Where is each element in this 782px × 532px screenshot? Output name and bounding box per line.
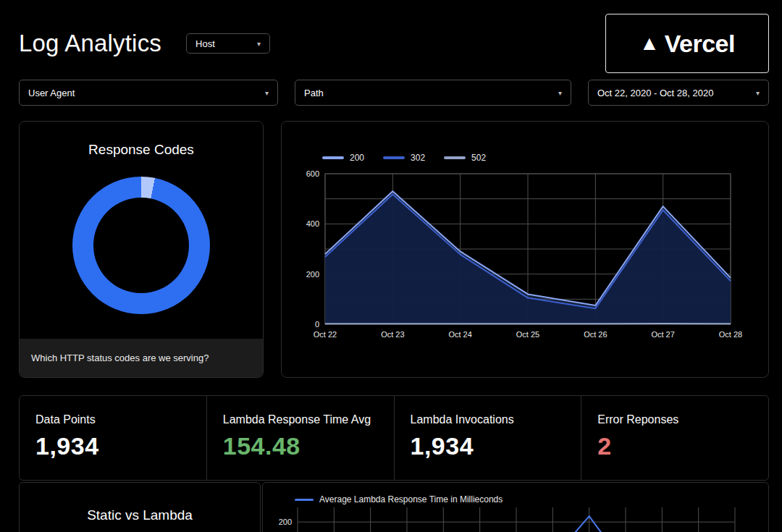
status-codes-legend: 200302502 [322,151,757,165]
stat-value: 1,934 [35,432,206,460]
legend-marker-icon [322,156,344,159]
stat-value: 1,934 [411,432,581,460]
response-codes-caption: Which HTTP status codes are we serving? [20,339,263,377]
stat-value: 2 [597,432,768,460]
legend-item-200[interactable]: 200 [322,153,364,163]
path-dropdown-label: Path [304,88,324,98]
stat-card-error-responses: Error Reponses 2 [581,396,768,480]
svg-text:400: 400 [306,219,319,228]
donut-hole [93,198,189,293]
svg-text:Oct 28: Oct 28 [719,330,742,339]
stats-row: Data Points 1,934 Lambda Response Time A… [19,395,769,481]
legend-label: 502 [471,153,486,163]
bottom-row: Static vs Lambda Average Lambda Response… [19,482,769,532]
status-codes-chart-card: 200302502 0200400600Oct 22Oct 23Oct 24Oc… [281,121,769,378]
svg-text:Oct 22: Oct 22 [314,330,337,339]
legend-marker-icon [383,156,405,159]
stat-value: 154.48 [223,432,394,460]
static-vs-lambda-card: Static vs Lambda [19,482,261,532]
stat-card-lambda-response-time-avg: Lambda Response Time Avg 154.48 [206,396,394,480]
legend-item-302[interactable]: 302 [383,153,425,163]
log-analytics-dashboard: Log Analytics Host ▾ ▲ Vercel User Agent… [0,0,782,532]
stat-label: Data Points [35,413,206,426]
lambda-response-legend: Average Lambda Response Time in Millieco… [295,493,768,506]
stat-label: Lambda Response Time Avg [223,413,394,426]
svg-text:200: 200 [279,518,292,526]
svg-text:Oct 26: Oct 26 [584,330,607,339]
page-title: Log Analytics [19,30,161,57]
response-codes-card: Response Codes Which HTTP status codes a… [19,121,264,378]
lambda-response-chart-card: Average Lambda Response Time in Millieco… [262,482,769,532]
legend-item-502[interactable]: 502 [444,153,486,163]
response-codes-title: Response Codes [20,142,263,158]
static-vs-lambda-title: Static vs Lambda [20,507,260,523]
legend-label: 200 [350,153,364,163]
host-dropdown[interactable]: Host ▾ [186,33,270,54]
host-dropdown-label: Host [196,38,215,49]
header: Log Analytics Host ▾ ▲ Vercel [0,0,782,72]
vercel-triangle-icon: ▲ [639,33,660,54]
date-range-dropdown[interactable]: Oct 22, 2020 - Oct 28, 2020 ▾ [588,80,769,106]
svg-text:600: 600 [306,169,319,178]
user-agent-dropdown-label: User Agent [28,88,75,98]
legend-marker-icon [295,499,314,501]
response-codes-donut-chart[interactable] [72,177,210,314]
charts-row: Response Codes Which HTTP status codes a… [0,106,782,378]
date-range-label: Oct 22, 2020 - Oct 28, 2020 [597,88,713,98]
legend-label: Average Lambda Response Time in Millieco… [319,494,503,504]
user-agent-dropdown[interactable]: User Agent ▾ [19,80,278,106]
stat-card-lambda-invocations: Lambda Invocations 1,934 [394,396,581,480]
vercel-logo-card: ▲ Vercel [605,14,769,73]
lambda-response-line-chart[interactable]: 200 [264,506,764,532]
svg-text:Oct 27: Oct 27 [651,330,674,339]
stat-card-data-points: Data Points 1,934 [20,396,206,480]
legend-marker-icon [444,156,466,159]
stat-label: Error Reponses [597,413,768,426]
vercel-wordmark: Vercel [665,30,735,58]
chevron-down-icon: ▾ [265,89,269,97]
legend-item-average-lambda-response-time-in-millieconds[interactable]: Average Lambda Response Time in Millieco… [295,494,503,504]
svg-text:0: 0 [315,320,319,329]
chevron-down-icon: ▾ [257,40,261,48]
path-dropdown[interactable]: Path ▾ [295,80,571,106]
status-codes-line-chart[interactable]: 0200400600Oct 22Oct 23Oct 24Oct 25Oct 26… [293,169,757,343]
filter-bar: User Agent ▾ Path ▾ Oct 22, 2020 - Oct 2… [0,72,782,106]
legend-label: 302 [411,153,425,163]
svg-text:Oct 25: Oct 25 [516,330,539,339]
svg-text:200: 200 [306,270,319,279]
svg-text:Oct 23: Oct 23 [381,330,404,339]
chevron-down-icon: ▾ [558,89,562,97]
svg-text:Oct 24: Oct 24 [448,330,471,339]
stat-label: Lambda Invocations [411,413,581,426]
chevron-down-icon: ▾ [756,89,760,97]
